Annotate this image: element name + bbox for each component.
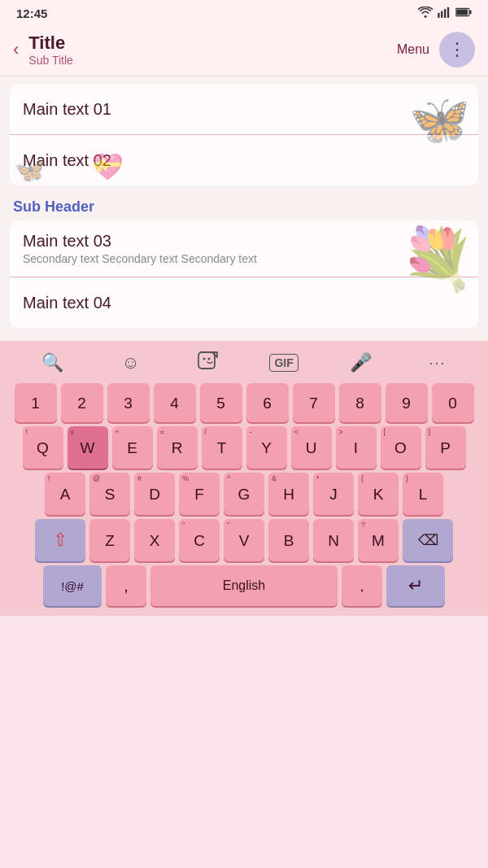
status-time: 12:45 bbox=[16, 7, 47, 20]
comma-label: , bbox=[124, 577, 129, 595]
status-icons bbox=[418, 7, 472, 20]
keyboard-area: 🔍 ☺ GIF 🎤 ··· 1 2 3 4 5 6 7 8 9 0 !Q bbox=[0, 341, 488, 616]
key-p[interactable]: ]P bbox=[425, 426, 466, 469]
list-item-4[interactable]: Main text 04 bbox=[10, 277, 478, 328]
key-j[interactable]: *J bbox=[313, 473, 354, 515]
menu-button[interactable]: Menu bbox=[397, 42, 429, 57]
search-toolbar-button[interactable]: 🔍 bbox=[35, 349, 70, 377]
signal-icon bbox=[438, 7, 451, 20]
key-4[interactable]: 4 bbox=[154, 383, 196, 422]
more-options-button[interactable]: ⋮ bbox=[439, 32, 475, 68]
mic-toolbar-button[interactable]: 🎤 bbox=[343, 349, 378, 377]
enter-icon: ↵ bbox=[408, 575, 423, 596]
shift-button[interactable]: ⇧ bbox=[35, 519, 85, 561]
svg-rect-7 bbox=[198, 352, 215, 369]
symbols-label: !@# bbox=[61, 579, 84, 593]
status-bar: 12:45 bbox=[0, 0, 488, 24]
key-u[interactable]: <U bbox=[291, 426, 332, 469]
comma-key[interactable]: , bbox=[106, 565, 146, 606]
key-b[interactable]: B bbox=[268, 519, 309, 561]
key-h[interactable]: &H bbox=[268, 473, 309, 515]
svg-rect-2 bbox=[444, 9, 446, 18]
header-titles: Title Sub Title bbox=[28, 33, 397, 67]
number-row: 1 2 3 4 5 6 7 8 9 0 bbox=[0, 383, 488, 422]
svg-rect-3 bbox=[447, 7, 449, 18]
main-text-3: Main text 03 bbox=[23, 232, 465, 251]
gif-toolbar-button[interactable]: GIF bbox=[269, 354, 298, 372]
shift-icon: ⇧ bbox=[53, 530, 68, 551]
key-e[interactable]: ÷E bbox=[112, 426, 153, 469]
key-7[interactable]: 7 bbox=[293, 383, 335, 422]
key-d[interactable]: #D bbox=[134, 473, 175, 515]
key-v[interactable]: "V bbox=[224, 519, 264, 561]
header-title: Title bbox=[28, 33, 397, 54]
content-area: Main text 01 🦋 Main text 02 💝 🦋 Sub Head… bbox=[0, 76, 488, 341]
key-a[interactable]: !A bbox=[45, 473, 85, 515]
key-1[interactable]: 1 bbox=[15, 383, 57, 422]
list-card-2: Main text 03 Secondary text Secondary te… bbox=[10, 220, 478, 328]
key-9[interactable]: 9 bbox=[386, 383, 428, 422]
key-6[interactable]: 6 bbox=[246, 383, 289, 422]
row-al: !A @S #D %F ^G &H *J (K )L bbox=[0, 473, 488, 515]
header-right: Menu ⋮ bbox=[397, 32, 475, 68]
main-text-1: Main text 01 bbox=[23, 100, 465, 119]
list-card-1: Main text 01 🦋 Main text 02 💝 🦋 bbox=[10, 85, 478, 185]
key-g[interactable]: ^G bbox=[224, 473, 264, 515]
list-item-3[interactable]: Main text 03 Secondary text Secondary te… bbox=[10, 220, 478, 277]
back-button[interactable]: ‹ bbox=[13, 39, 19, 60]
key-o[interactable]: [O bbox=[381, 426, 421, 469]
bottom-row: !@# , English . ↵ bbox=[0, 565, 488, 613]
row-zm: ⇧ Z X "C "V B N ?M ⌫ bbox=[0, 519, 488, 561]
key-f[interactable]: %F bbox=[179, 473, 220, 515]
space-key[interactable]: English bbox=[150, 565, 338, 606]
delete-icon: ⌫ bbox=[418, 531, 438, 549]
emoji-toolbar-button[interactable]: ☺ bbox=[115, 349, 146, 377]
key-n[interactable]: N bbox=[313, 519, 354, 561]
svg-rect-5 bbox=[469, 11, 471, 15]
key-w[interactable]: xW bbox=[68, 426, 108, 469]
keyboard-toolbar: 🔍 ☺ GIF 🎤 ··· bbox=[0, 341, 488, 383]
svg-point-8 bbox=[203, 358, 205, 360]
period-key[interactable]: . bbox=[342, 565, 382, 606]
row-qp: !Q xW ÷E =R /T -Y <U >I [O ]P bbox=[0, 426, 488, 469]
sticker-toolbar-button[interactable] bbox=[191, 347, 225, 378]
key-k[interactable]: (K bbox=[358, 473, 399, 515]
battery-icon bbox=[455, 7, 472, 20]
key-y[interactable]: -Y bbox=[246, 426, 287, 469]
main-text-2: Main text 02 bbox=[23, 151, 465, 170]
key-q[interactable]: !Q bbox=[23, 426, 63, 469]
key-i[interactable]: >I bbox=[336, 426, 377, 469]
list-item-1[interactable]: Main text 01 🦋 bbox=[10, 85, 478, 135]
delete-button[interactable]: ⌫ bbox=[403, 519, 453, 561]
key-x[interactable]: X bbox=[134, 519, 175, 561]
key-5[interactable]: 5 bbox=[200, 383, 242, 422]
more-toolbar-button[interactable]: ··· bbox=[423, 351, 453, 375]
svg-rect-6 bbox=[456, 10, 468, 15]
main-text-4: Main text 04 bbox=[23, 294, 465, 312]
key-3[interactable]: 3 bbox=[107, 383, 150, 422]
period-label: . bbox=[359, 577, 364, 595]
header-subtitle: Sub Title bbox=[28, 54, 397, 67]
space-label: English bbox=[223, 578, 265, 593]
sub-header: Sub Header bbox=[10, 190, 478, 220]
header: ‹ Title Sub Title Menu ⋮ bbox=[0, 24, 488, 76]
key-0[interactable]: 0 bbox=[432, 383, 474, 422]
secondary-text-3: Secondary text Secondary text Secondary … bbox=[23, 252, 465, 265]
enter-key[interactable]: ↵ bbox=[386, 565, 445, 606]
key-t[interactable]: /T bbox=[202, 426, 242, 469]
key-c[interactable]: "C bbox=[179, 519, 220, 561]
svg-rect-1 bbox=[441, 11, 442, 18]
key-8[interactable]: 8 bbox=[339, 383, 381, 422]
wifi-icon bbox=[418, 7, 433, 20]
list-item-2[interactable]: Main text 02 💝 🦋 bbox=[10, 135, 478, 185]
symbols-button[interactable]: !@# bbox=[43, 565, 102, 606]
key-r[interactable]: =R bbox=[157, 426, 198, 469]
svg-point-9 bbox=[207, 358, 210, 360]
dots-icon: ⋮ bbox=[448, 39, 467, 60]
svg-rect-0 bbox=[438, 13, 439, 18]
key-m[interactable]: ?M bbox=[358, 519, 399, 561]
key-s[interactable]: @S bbox=[89, 473, 130, 515]
key-2[interactable]: 2 bbox=[61, 383, 103, 422]
key-l[interactable]: )L bbox=[403, 473, 443, 515]
key-z[interactable]: Z bbox=[89, 519, 130, 561]
